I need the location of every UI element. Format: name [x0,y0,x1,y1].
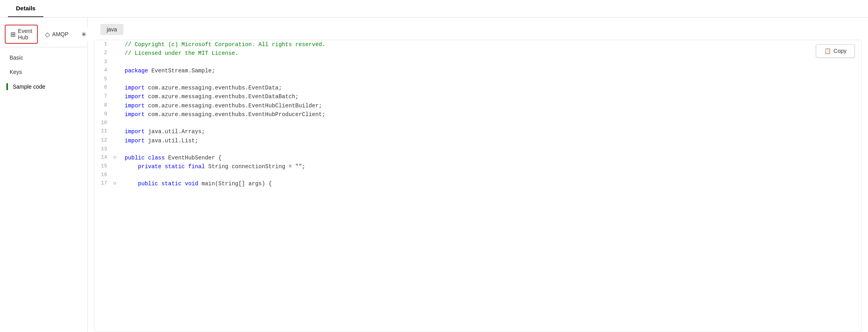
table-row: 5 [94,75,861,83]
table-row: 12import java.util.List; [94,136,861,145]
line-code: import java.util.List; [121,136,861,145]
code-text [182,181,185,187]
eventhub-icon: ⊞ [10,31,16,38]
code-text: String connectionString = ""; [205,163,305,170]
line-number: 7 [94,92,113,101]
line-fold [113,110,121,119]
line-fold [113,171,121,179]
keyword: public [138,181,158,187]
sidebar-nav: Basic Keys Sample code [0,49,87,96]
line-number: 2 [94,49,113,58]
copy-icon: 📋 [824,48,831,54]
keyword: package [125,68,148,74]
table-row: 2// Licensed under the MIT License. [94,49,861,58]
keyword: import [125,111,145,118]
lang-java-button[interactable]: java [100,24,123,35]
line-number: 14 [94,153,113,162]
table-row: 17⊟ public static void main(String[] arg… [94,179,861,188]
tab-eventhub[interactable]: ⊞ Event Hub [5,25,38,44]
line-fold [113,119,121,127]
table-row: 1// Copyright (c) Microsoft Corporation.… [94,40,861,49]
sidebar-item-basic-label: Basic [10,54,23,61]
sidebar-item-keys-label: Keys [10,69,22,75]
page-wrapper: Details ⊞ Event Hub ◇ AMQP ✳ Kafka [0,0,868,332]
line-fold[interactable]: ⊟ [113,179,121,188]
line-fold[interactable]: ⊟ [113,153,121,162]
line-number: 17 [94,179,113,188]
table-row: 7import com.azure.messaging.eventhubs.Ev… [94,92,861,101]
line-code [121,58,861,66]
sidebar: ⊞ Event Hub ◇ AMQP ✳ Kafka Basic Key [0,17,88,332]
line-fold [113,162,121,171]
keyword: static [165,163,185,170]
code-table: 1// Copyright (c) Microsoft Corporation.… [94,40,861,188]
line-fold [113,58,121,66]
code-text: com.azure.messaging.eventhubs.EventData; [145,85,282,91]
amqp-icon: ◇ [45,31,50,38]
line-fold [113,75,121,83]
tab-details[interactable]: Details [8,0,43,17]
kafka-icon: ✳ [81,31,86,38]
table-row: 6import com.azure.messaging.eventhubs.Ev… [94,83,861,92]
copy-label: Copy [833,48,846,54]
code-area: java 📋 Copy 1// Copyright (c) Microsoft … [88,17,868,332]
line-code [121,171,861,179]
code-text [185,163,188,170]
sidebar-item-basic[interactable]: Basic [0,50,87,65]
code-text: java.util.List; [145,138,198,144]
code-text: com.azure.messaging.eventhubs.EventDataB… [145,93,298,100]
keyword: import [125,128,145,135]
line-number: 6 [94,83,113,92]
line-code: // Licensed under the MIT License. [121,49,861,58]
sidebar-item-sample-code[interactable]: Sample code [0,79,87,94]
keyword: import [125,85,145,91]
line-number: 1 [94,40,113,49]
line-fold [113,101,121,110]
code-viewer[interactable]: 📋 Copy 1// Copyright (c) Microsoft Corpo… [94,40,862,332]
keyword: import [125,103,145,109]
table-row: 16 [94,171,861,179]
code-text [145,155,148,161]
line-fold [113,49,121,58]
comment: // Copyright (c) Microsoft Corporation. … [125,41,325,48]
line-number: 4 [94,66,113,75]
table-row: 13 [94,145,861,153]
keyword: import [125,138,145,144]
line-number: 11 [94,127,113,136]
keyword: final [188,163,205,170]
line-number: 12 [94,136,113,145]
keyword: void [185,181,198,187]
line-number: 3 [94,58,113,66]
line-code [121,119,861,127]
table-row: 8import com.azure.messaging.eventhubs.Ev… [94,101,861,110]
line-code: public static void main(String[] args) { [121,179,861,188]
line-code: private static final String connectionSt… [121,162,861,171]
line-code [121,145,861,153]
tab-amqp[interactable]: ◇ AMQP [39,27,74,41]
table-row: 3 [94,58,861,66]
line-number: 15 [94,162,113,171]
line-number: 5 [94,75,113,83]
tab-amqp-label: AMQP [52,31,68,37]
tab-eventhub-label: Event Hub [18,28,32,41]
table-row: 14⊟public class EventHubSender { [94,153,861,162]
code-text: java.util.Arrays; [145,128,205,135]
line-number: 9 [94,110,113,119]
keyword: public [125,155,145,161]
copy-button[interactable]: 📋 Copy [816,44,855,58]
code-text [125,163,138,170]
code-text: main(String[] args) { [198,181,272,187]
line-code: import com.azure.messaging.eventhubs.Eve… [121,92,861,101]
sidebar-item-keys[interactable]: Keys [0,65,87,79]
line-number: 16 [94,171,113,179]
code-text: EventHubSender { [165,155,222,161]
sidebar-item-sample-code-label: Sample code [13,83,45,90]
main-content: ⊞ Event Hub ◇ AMQP ✳ Kafka Basic Key [0,17,868,332]
table-row: 9import com.azure.messaging.eventhubs.Ev… [94,110,861,119]
line-number: 8 [94,101,113,110]
table-row: 10 [94,119,861,127]
code-text: com.azure.messaging.eventhubs.EventHubPr… [145,111,325,118]
table-row: 4package EventStream.Sample; [94,66,861,75]
line-code: import com.azure.messaging.eventhubs.Eve… [121,110,861,119]
line-fold [113,40,121,49]
